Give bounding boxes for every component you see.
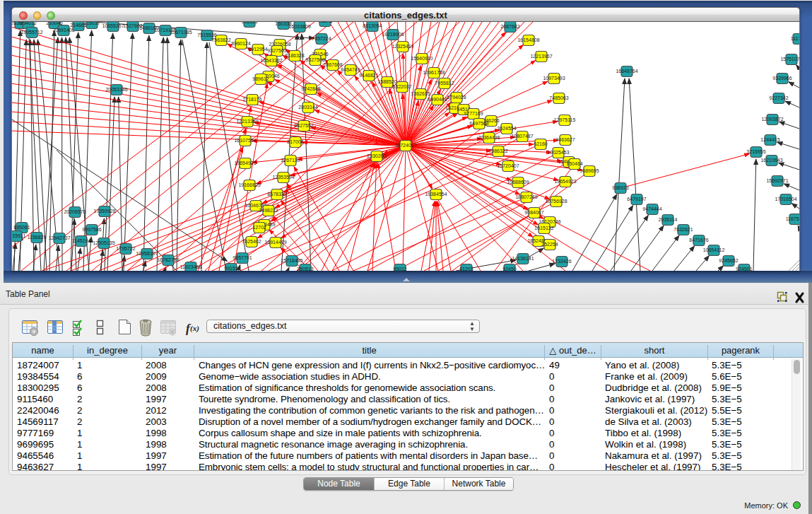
svg-text:2803144: 2803144 [298, 105, 317, 110]
svg-text:150464: 150464 [566, 161, 582, 166]
svg-text:10756928: 10756928 [545, 199, 567, 204]
svg-text:81203: 81203 [459, 267, 473, 271]
svg-text:3267130: 3267130 [281, 158, 300, 163]
svg-text:10807487: 10807487 [511, 134, 533, 139]
svg-text:20364436: 20364436 [478, 135, 500, 140]
svg-text:12093872: 12093872 [761, 117, 783, 122]
svg-text:15640910: 15640910 [411, 56, 433, 61]
svg-text:8186328: 8186328 [285, 53, 304, 58]
svg-text:19384554: 19384554 [425, 192, 447, 197]
svg-text:9242848: 9242848 [301, 86, 320, 91]
svg-text:7625402: 7625402 [242, 239, 261, 244]
svg-text:2087682: 2087682 [500, 24, 519, 29]
svg-text:5322037: 5322037 [392, 84, 411, 89]
svg-text:10654112: 10654112 [703, 247, 725, 252]
svg-text:9329966: 9329966 [772, 76, 792, 81]
svg-text:92450: 92450 [502, 267, 517, 271]
svg-text:954012: 954012 [20, 22, 36, 25]
svg-text:6497568: 6497568 [469, 121, 488, 126]
svg-text:2330203: 2330203 [367, 153, 386, 158]
svg-text:7986322: 7986322 [488, 148, 507, 153]
svg-text:7485063: 7485063 [549, 95, 568, 100]
svg-text:8471676: 8471676 [689, 238, 708, 243]
svg-text:8990448: 8990448 [428, 97, 447, 102]
svg-text:3624554: 3624554 [497, 126, 516, 131]
svg-text:9997586: 9997586 [82, 227, 101, 232]
svg-text:17359928: 17359928 [93, 209, 115, 214]
svg-text:9463627: 9463627 [555, 137, 575, 142]
svg-text:10655267: 10655267 [102, 23, 124, 28]
svg-text:1615132: 1615132 [534, 226, 553, 230]
svg-text:8960124: 8960124 [231, 41, 250, 46]
svg-text:12325419: 12325419 [392, 44, 413, 49]
svg-text:16107554: 16107554 [234, 138, 256, 143]
svg-text:111748: 111748 [791, 36, 799, 41]
svg-text:15751074: 15751074 [780, 57, 799, 62]
svg-text:6479197: 6479197 [627, 197, 646, 201]
svg-text:16648764: 16648764 [616, 69, 637, 74]
svg-text:95012: 95012 [393, 267, 407, 271]
svg-text:10973493: 10973493 [543, 76, 565, 81]
svg-text:9146821: 9146821 [359, 73, 378, 78]
svg-text:10958107: 10958107 [136, 251, 158, 256]
svg-text:15716485: 15716485 [281, 258, 302, 263]
svg-text:62160: 62160 [534, 141, 548, 146]
svg-text:12353594: 12353594 [272, 175, 294, 180]
svg-text:989612: 989612 [252, 76, 269, 81]
svg-text:9474444: 9474444 [642, 206, 661, 211]
svg-text:908121: 908121 [241, 22, 257, 24]
svg-text:15692971: 15692971 [766, 178, 788, 183]
svg-text:18807249: 18807249 [515, 194, 537, 199]
svg-text:3498222: 3498222 [259, 208, 278, 213]
svg-text:8912954: 8912954 [248, 47, 267, 52]
svg-text:7955812: 7955812 [435, 81, 454, 86]
svg-text:215037: 215037 [83, 22, 100, 25]
svg-text:8678332: 8678332 [267, 192, 286, 197]
svg-text:19166825: 19166825 [238, 182, 260, 187]
svg-text:10688609: 10688609 [507, 180, 529, 185]
svg-text:19654925: 19654925 [234, 160, 256, 165]
svg-text:12213369: 12213369 [236, 119, 258, 124]
svg-text:12975115: 12975115 [554, 117, 576, 122]
svg-text:14136141: 14136141 [512, 256, 534, 261]
svg-text:11923468: 11923468 [180, 264, 202, 269]
svg-text:16154808: 16154808 [517, 37, 539, 42]
svg-text:16210643: 16210643 [760, 158, 782, 163]
svg-text:19055712: 19055712 [20, 30, 42, 35]
svg-text:938923: 938923 [612, 185, 628, 190]
svg-text:12942737: 12942737 [48, 235, 70, 240]
svg-text:8427552: 8427552 [294, 123, 313, 128]
svg-text:15720407: 15720407 [497, 163, 519, 168]
svg-text:3915911: 3915911 [11, 233, 25, 238]
svg-text:19654923: 19654923 [554, 179, 576, 184]
svg-text:817006: 817006 [287, 139, 303, 144]
svg-text:2718176: 2718176 [242, 97, 261, 102]
svg-text:7632621: 7632621 [673, 227, 693, 232]
svg-text:(x): (x) [190, 324, 199, 333]
svg-text:6794028: 6794028 [447, 95, 466, 100]
svg-text:20206576: 20206576 [64, 209, 86, 214]
svg-text:835061: 835061 [13, 225, 30, 230]
svg-text:8454749: 8454749 [341, 67, 360, 72]
svg-text:16543382: 16543382 [260, 58, 282, 63]
svg-text:99151: 99151 [224, 266, 238, 271]
svg-text:9777169: 9777169 [464, 111, 483, 116]
svg-text:2935114: 2935114 [659, 217, 678, 222]
svg-text:9327503: 9327503 [267, 48, 286, 53]
svg-text:8813054: 8813054 [363, 23, 382, 28]
svg-text:18724007: 18724007 [394, 143, 416, 148]
svg-text:20053346: 20053346 [105, 87, 127, 92]
svg-text:1145194: 1145194 [72, 238, 91, 243]
svg-text:17016504: 17016504 [775, 197, 796, 201]
svg-text:10025453: 10025453 [547, 150, 569, 155]
svg-text:10961758: 10961758 [423, 70, 445, 75]
svg-text:7857224: 7857224 [312, 36, 331, 41]
svg-text:9227342: 9227342 [769, 95, 788, 100]
svg-text:9857791: 9857791 [233, 255, 252, 260]
svg-text:16033809: 16033809 [288, 24, 310, 29]
svg-text:3215955: 3215955 [746, 149, 765, 154]
svg-text:1156829: 1156829 [28, 235, 47, 240]
svg-text:10671385: 10671385 [170, 30, 192, 35]
svg-text:9084067: 9084067 [524, 210, 543, 215]
svg-text:12213967: 12213967 [530, 54, 552, 59]
